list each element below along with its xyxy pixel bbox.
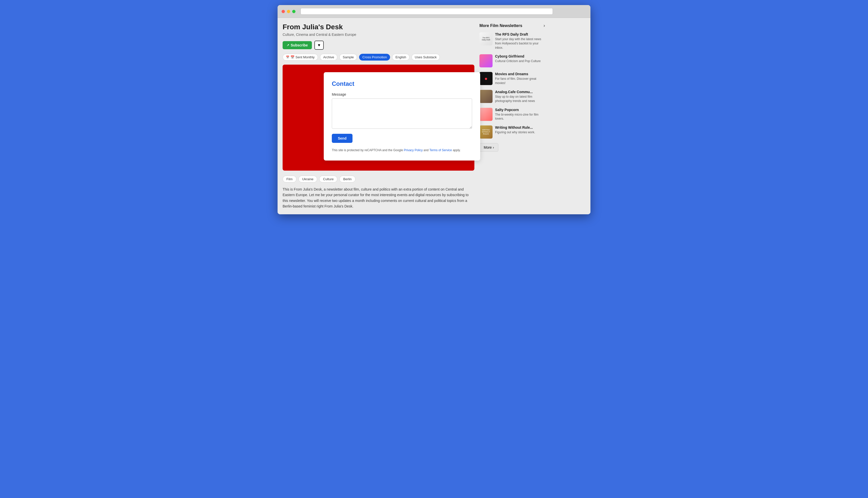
more-button[interactable]: More › bbox=[479, 143, 498, 152]
newsletter-name-analog: Analog.Cafe Commu... bbox=[495, 90, 545, 94]
tag-sample[interactable]: Sample bbox=[339, 54, 357, 61]
newsletter-name-movies: Movies and Dreams bbox=[495, 72, 545, 76]
cat-tag-berlin[interactable]: Berlin bbox=[339, 176, 355, 183]
action-buttons: Subscribe ♥ bbox=[283, 41, 475, 50]
page-title: From Julia's Desk bbox=[283, 23, 475, 31]
newsletter-name-writing: Writing Without Rule... bbox=[495, 126, 545, 130]
newsletter-name-cyborg: Cyborg Girlfriend bbox=[495, 54, 545, 58]
more-arrow-icon: › bbox=[493, 145, 494, 149]
browser-titlebar bbox=[278, 5, 590, 18]
tag-archive[interactable]: Archive bbox=[320, 54, 337, 61]
browser-window: From Julia's Desk Culture, Cinema and Ce… bbox=[278, 5, 590, 214]
terms-link[interactable]: Terms of Service bbox=[429, 148, 452, 152]
page-subtitle: Culture, Cinema and Central & Eastern Eu… bbox=[283, 32, 475, 37]
newsletter-thumb-cyborg bbox=[479, 54, 493, 67]
newsletter-item-movies[interactable]: ● Movies and Dreams For fans of film. Di… bbox=[479, 72, 545, 85]
subscribe-button[interactable]: Subscribe bbox=[283, 41, 312, 49]
newsletter-item-writing[interactable]: WRITING WITHOUT RULES Writing Without Ru… bbox=[479, 126, 545, 139]
cat-tag-film[interactable]: Film bbox=[283, 176, 296, 183]
newsletter-thumb-analog bbox=[479, 90, 493, 103]
newsletter-desc-salty: The bi-weekly micro-zine for film lovers… bbox=[495, 113, 545, 121]
newsletter-desc-cyborg: Cultural Criticism and Pop Culture bbox=[495, 59, 545, 63]
newsletter-desc-writing: Figuring out why stories work. bbox=[495, 130, 545, 134]
sidebar: More Film Newsletters › The RFS Daily Dr… bbox=[479, 23, 545, 209]
newsletter-name-rfs: The RFS Daily Draft bbox=[495, 32, 545, 36]
cat-tag-culture[interactable]: Culture bbox=[319, 176, 337, 183]
newsletter-desc-movies: For fans of film. Discover great movies! bbox=[495, 77, 545, 85]
contact-title: Contact bbox=[332, 80, 472, 87]
minimize-button[interactable] bbox=[287, 10, 290, 13]
newsletter-info-rfs: The RFS Daily Draft Start your day with … bbox=[495, 32, 545, 50]
newsletter-thumb-rfs: The RFS Daily Draft bbox=[479, 32, 493, 45]
newsletter-desc-analog: Stay up to day on latest film photograph… bbox=[495, 95, 545, 103]
tag-english[interactable]: English bbox=[392, 54, 410, 61]
newsletter-item-rfs[interactable]: The RFS Daily Draft The RFS Daily Draft … bbox=[479, 32, 545, 50]
main-content: From Julia's Desk Culture, Cinema and Ce… bbox=[283, 23, 475, 209]
favorite-button[interactable]: ♥ bbox=[315, 41, 324, 50]
newsletter-thumb-writing: WRITING WITHOUT RULES bbox=[479, 126, 493, 139]
contact-modal: Contact Message Send This site is protec… bbox=[324, 72, 480, 160]
url-bar[interactable] bbox=[301, 8, 553, 15]
newsletter-thumb-movies: ● bbox=[479, 72, 493, 85]
newsletter-thumb-salty bbox=[479, 108, 493, 121]
recaptcha-notice: This site is protected by reCAPTCHA and … bbox=[332, 148, 472, 153]
cat-tag-ukraine[interactable]: Ukraine bbox=[298, 176, 318, 183]
privacy-policy-link[interactable]: Privacy Policy bbox=[404, 148, 423, 152]
send-button[interactable]: Send bbox=[332, 134, 352, 143]
newsletter-info-movies: Movies and Dreams For fans of film. Disc… bbox=[495, 72, 545, 85]
newsletter-name-salty: Salty Popcorn bbox=[495, 108, 545, 112]
newsletter-description: This is From Julia's Desk, a newsletter … bbox=[283, 186, 475, 209]
category-tags: Film Ukraine Culture Berlin bbox=[283, 176, 475, 183]
tags-row: 📅 Sent Monthly Archive Sample Cross Prom… bbox=[283, 54, 475, 61]
newsletter-item-salty[interactable]: Salty Popcorn The bi-weekly micro-zine f… bbox=[479, 108, 545, 121]
sidebar-arrow-icon[interactable]: › bbox=[544, 23, 545, 28]
newsletter-info-analog: Analog.Cafe Commu... Stay up to day on l… bbox=[495, 90, 545, 103]
close-button[interactable] bbox=[282, 10, 285, 13]
sidebar-header: More Film Newsletters › bbox=[479, 23, 545, 28]
red-banner: Contact Message Send This site is protec… bbox=[283, 65, 475, 171]
message-input[interactable] bbox=[332, 99, 472, 129]
tag-uses-substack[interactable]: Uses Substack bbox=[412, 54, 440, 61]
page-content: From Julia's Desk Culture, Cinema and Ce… bbox=[278, 18, 590, 214]
sidebar-title: More Film Newsletters bbox=[479, 24, 522, 28]
newsletter-info-writing: Writing Without Rule... Figuring out why… bbox=[495, 126, 545, 134]
calendar-icon: 📅 bbox=[291, 55, 294, 59]
newsletter-item-analog[interactable]: Analog.Cafe Commu... Stay up to day on l… bbox=[479, 90, 545, 103]
message-label: Message bbox=[332, 92, 472, 96]
newsletter-item-cyborg[interactable]: Cyborg Girlfriend Cultural Criticism and… bbox=[479, 54, 545, 67]
newsletter-info-salty: Salty Popcorn The bi-weekly micro-zine f… bbox=[495, 108, 545, 121]
maximize-button[interactable] bbox=[292, 10, 295, 13]
newsletter-info-cyborg: Cyborg Girlfriend Cultural Criticism and… bbox=[495, 54, 545, 63]
tag-sent-monthly[interactable]: 📅 Sent Monthly bbox=[283, 54, 318, 61]
tag-cross-promotion[interactable]: Cross Promotion bbox=[359, 54, 390, 61]
newsletter-desc-rfs: Start your day with the latest news from… bbox=[495, 37, 545, 50]
